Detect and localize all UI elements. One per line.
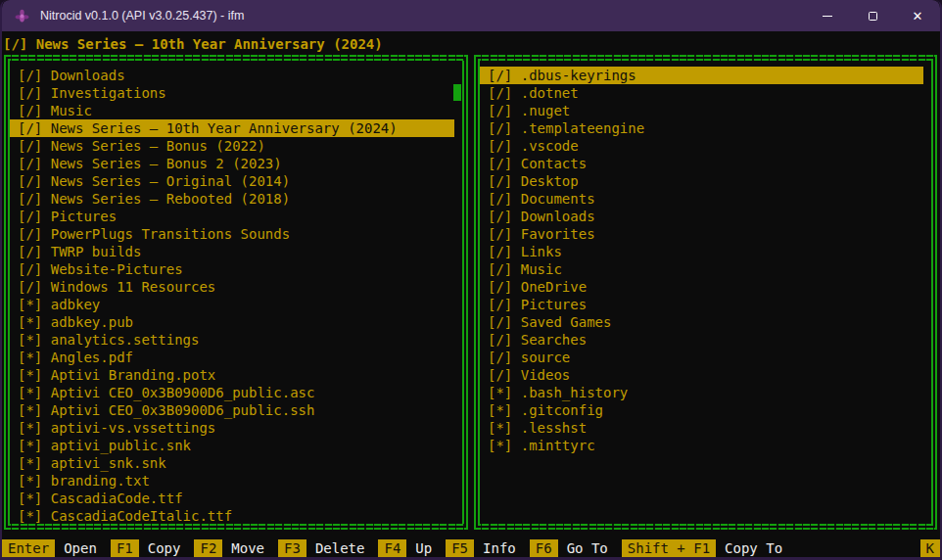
list-item[interactable]: [/] .nuget	[480, 102, 923, 119]
list-item[interactable]: [/] Saved Games	[480, 313, 923, 331]
list-item[interactable]: [/] Investigations	[10, 84, 454, 102]
keybinding-key[interactable]: F3	[278, 539, 306, 557]
list-item[interactable]: [/] .vscode	[480, 137, 923, 155]
list-item[interactable]: [/] Links	[480, 243, 923, 260]
close-icon: ✕	[913, 10, 923, 23]
list-item[interactable]: [/] Contacts	[480, 155, 923, 172]
list-item[interactable]: [*] .minttyrc	[480, 437, 923, 454]
statusbar: EnterOpenF1CopyF2MoveF3DeleteF4UpF5InfoF…	[2, 539, 940, 557]
right-file-list: [/] .dbus-keyrings[/] .dotnet[/] .nuget[…	[480, 67, 931, 454]
terminal-window: Nitrocid v0.1.0 (API v3.0.25.437) - ifm …	[0, 0, 942, 560]
list-item[interactable]: [/] Windows 11 Resources	[10, 278, 454, 296]
keybinding-action-label: Copy	[139, 539, 195, 557]
left-scrollbar-thumb[interactable]	[453, 84, 461, 101]
right-pane-border: [/] .dbus-keyrings[/] .dotnet[/] .nuget[…	[478, 59, 933, 526]
list-item[interactable]: [*] aptivi-vs.vssettings	[10, 419, 454, 437]
titlebar[interactable]: Nitrocid v0.1.0 (API v3.0.25.437) - ifm …	[2, 0, 940, 31]
list-item[interactable]: [/] .templateengine	[480, 119, 923, 137]
keybinding-action-label: Copy To	[716, 539, 796, 557]
list-item[interactable]: [*] branding.txt	[10, 472, 454, 490]
keybinding-action-label: Move	[222, 539, 278, 557]
keybinding-key[interactable]: F2	[194, 539, 222, 557]
list-item[interactable]: [/] Pictures	[480, 296, 923, 313]
window-title: Nitrocid v0.1.0 (API v3.0.25.437) - ifm	[40, 9, 244, 23]
list-item[interactable]: [*] CascadiaCode.ttf	[10, 490, 454, 507]
list-item[interactable]: [/] Downloads	[480, 208, 923, 225]
list-item[interactable]: [/] Music	[10, 102, 454, 119]
maximize-button[interactable]	[850, 0, 895, 31]
list-item[interactable]: [/] News Series – Bonus (2022)	[10, 137, 454, 155]
keybinding-more-key[interactable]: K	[920, 539, 940, 557]
list-item[interactable]: [*] adbkey.pub	[10, 313, 454, 331]
list-item[interactable]: [*] Angles.pdf	[10, 349, 454, 366]
list-item[interactable]: [/] PowerPlugs Transitions Sounds	[10, 225, 454, 243]
list-item[interactable]: [/] source	[480, 349, 923, 366]
list-item[interactable]: [/] Downloads	[10, 67, 454, 84]
keybinding-key[interactable]: F5	[446, 539, 474, 557]
list-item[interactable]: [*] .gitconfig	[480, 401, 923, 419]
left-file-list: [/] Downloads[/] Investigations[/] Music…	[10, 67, 462, 525]
keybinding-key[interactable]: F4	[378, 539, 406, 557]
list-item[interactable]: [*] adbkey	[10, 296, 454, 313]
list-item[interactable]: [/] Music	[480, 260, 923, 278]
list-item-selected[interactable]: [/] .dbus-keyrings	[480, 67, 923, 84]
minimize-button[interactable]	[805, 0, 850, 31]
current-path-header: [/] News Series – 10th Year Anniversary …	[3, 34, 383, 54]
maximize-icon	[869, 12, 877, 21]
list-item[interactable]: [/] .dotnet	[480, 84, 923, 102]
list-item[interactable]: [*] Aptivi CEO_0x3B0900D6_public.asc	[10, 384, 454, 401]
list-item[interactable]: [*] CascadiaCodeItalic.ttf	[10, 507, 454, 525]
keybinding-action-label: Open	[55, 539, 111, 557]
list-item[interactable]: [/] News Series – Original (2014)	[10, 172, 454, 190]
terminal-screen: [/] News Series – 10th Year Anniversary …	[2, 31, 940, 557]
keybinding-key[interactable]: F6	[530, 539, 558, 557]
list-item[interactable]: [*] Aptivi Branding.potx	[10, 366, 454, 384]
list-item[interactable]: [*] Aptivi CEO_0x3B0900D6_public.ssh	[10, 401, 454, 419]
window-controls: ✕	[805, 0, 940, 31]
left-pane: [/] Downloads[/] Investigations[/] Music…	[4, 55, 468, 530]
list-item[interactable]: [*] analytics.settings	[10, 331, 454, 349]
list-item[interactable]: [*] .bash_history	[480, 384, 923, 401]
right-pane: [/] .dbus-keyrings[/] .dotnet[/] .nuget[…	[474, 55, 937, 530]
left-pane-border: [/] Downloads[/] Investigations[/] Music…	[8, 59, 464, 526]
keybinding-key[interactable]: Shift + F1	[622, 539, 716, 557]
list-item[interactable]: [/] Pictures	[10, 208, 454, 225]
list-item[interactable]: [/] Website-Pictures	[10, 260, 454, 278]
keybinding-action-label: Go To	[558, 539, 622, 557]
list-item[interactable]: [/] Favorites	[480, 225, 923, 243]
keybinding-action-label: Info	[474, 539, 530, 557]
list-item[interactable]: [/] News Series – Rebooted (2018)	[10, 190, 454, 208]
list-item[interactable]: [/] Videos	[480, 366, 923, 384]
list-item[interactable]: [/] Documents	[480, 190, 923, 208]
list-item[interactable]: [/] Searches	[480, 331, 923, 349]
close-button[interactable]: ✕	[895, 0, 940, 31]
keybinding-action-label: Delete	[306, 539, 379, 557]
list-item[interactable]: [*] .lesshst	[480, 419, 923, 437]
list-item[interactable]: [/] TWRP builds	[10, 243, 454, 260]
list-item[interactable]: [/] Desktop	[480, 172, 923, 190]
minimize-icon	[823, 16, 832, 17]
keybinding-key[interactable]: Enter	[2, 539, 55, 557]
list-item[interactable]: [*] aptivi_public.snk	[10, 437, 454, 454]
nitrocid-logo-icon	[14, 8, 30, 24]
list-item[interactable]: [/] OneDrive	[480, 278, 923, 296]
keybinding-action-label: Up	[406, 539, 446, 557]
keybinding-key[interactable]: F1	[111, 539, 139, 557]
list-item-selected[interactable]: [/] News Series – 10th Year Anniversary …	[10, 119, 454, 137]
list-item[interactable]: [/] News Series – Bonus 2 (2023)	[10, 155, 454, 172]
list-item[interactable]: [*] aptivi_snk.snk	[10, 454, 454, 472]
